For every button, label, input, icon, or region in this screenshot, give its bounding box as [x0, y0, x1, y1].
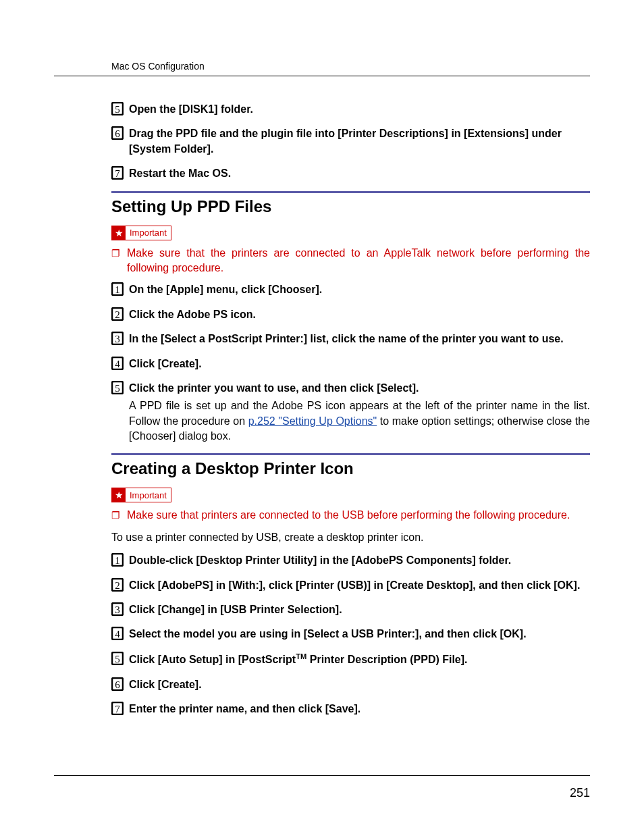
important-label: Important	[126, 490, 171, 500]
note-text: Make sure that the printers are connecte…	[127, 246, 590, 276]
step-text: Restart the Mac OS.	[129, 166, 590, 181]
section-heading-desktop: Creating a Desktop Printer Icon	[111, 459, 590, 478]
step-text: Drag the PPD file and the plugin file in…	[129, 126, 590, 157]
step-subtext: A PPD file is set up and the Adobe PS ic…	[129, 398, 590, 444]
important-note: ❐ Make sure that printers are connected …	[111, 508, 590, 523]
step-7: 7 Restart the Mac OS.	[111, 166, 590, 181]
step-number-icon: 2	[111, 307, 124, 321]
step-5: 5 Open the [DISK1] folder.	[111, 102, 590, 117]
important-label: Important	[126, 228, 171, 238]
step-text: Click [AdobePS] in [With:], click [Print…	[129, 578, 590, 593]
content-area: 5 Open the [DISK1] folder. 6 Drag the PP…	[54, 82, 590, 716]
svg-text:6: 6	[115, 128, 120, 139]
step-text: Select the model you are using in [Selec…	[129, 627, 590, 642]
svg-text:2: 2	[115, 580, 120, 591]
svg-text:1: 1	[115, 555, 120, 566]
step-number-icon: 3	[111, 332, 124, 345]
step-number-icon: 6	[111, 677, 124, 691]
step-text: In the [Select a PostScript Printer:] li…	[129, 332, 590, 346]
page: Mac OS Configuration 5 Open the [DISK1] …	[0, 0, 644, 834]
svg-text:7: 7	[115, 704, 120, 714]
section-rule	[111, 453, 590, 455]
section-heading-ppd: Setting Up PPD Files	[111, 197, 590, 216]
step-number-icon: 3	[111, 602, 124, 616]
svg-text:6: 6	[115, 679, 120, 690]
step-text: Open the [DISK1] folder.	[129, 102, 590, 117]
step-5b: 5 Click the printer you want to use, and…	[111, 381, 590, 444]
svg-text:3: 3	[115, 334, 120, 344]
step-number-icon: 5	[111, 381, 124, 394]
section-rule	[111, 191, 590, 193]
step-text: Click the Adobe PS icon.	[129, 307, 590, 322]
cross-reference-link[interactable]: p.252 "Setting Up Options"	[248, 415, 377, 427]
star-icon: ★	[112, 488, 126, 502]
intro-paragraph: To use a printer connected by USB, creat…	[111, 530, 590, 545]
step-2: 2 Click the Adobe PS icon.	[111, 307, 590, 322]
step-3c: 3 Click [Change] in [USB Printer Selecti…	[111, 602, 590, 617]
step-number-icon: 6	[111, 126, 124, 140]
svg-text:4: 4	[115, 629, 120, 640]
svg-text:5: 5	[115, 104, 120, 115]
svg-text:5: 5	[115, 383, 120, 394]
step-4c: 4 Select the model you are using in [Sel…	[111, 627, 590, 642]
step-number-icon: 7	[111, 166, 124, 180]
trademark-superscript: TM	[296, 652, 306, 660]
svg-text:5: 5	[115, 654, 120, 664]
step-text: On the [Apple] menu, click [Chooser].	[129, 282, 590, 297]
bullet-icon: ❐	[111, 246, 120, 276]
step-number-icon: 5	[111, 102, 124, 115]
running-header: Mac OS Configuration	[54, 61, 590, 76]
bullet-icon: ❐	[111, 508, 120, 523]
step-6: 6 Drag the PPD file and the plugin file …	[111, 126, 590, 157]
step-3: 3 In the [Select a PostScript Printer:] …	[111, 332, 590, 346]
step-number-icon: 7	[111, 702, 124, 715]
step-text: Click the printer you want to use, and t…	[129, 381, 590, 444]
step-text: Double-click [Desktop Printer Utility] i…	[129, 553, 590, 568]
step-5c: 5 Click [Auto Setup] in [PostScriptTM Pr…	[111, 652, 590, 668]
page-number: 251	[570, 786, 590, 800]
svg-text:4: 4	[115, 359, 120, 369]
svg-text:3: 3	[115, 604, 120, 615]
step-4: 4 Click [Create].	[111, 357, 590, 371]
step-text: Click [Create].	[129, 357, 590, 371]
important-badge: ★ Important	[111, 226, 171, 240]
step-text: Click [Create].	[129, 677, 590, 692]
note-text: Make sure that printers are connected to…	[127, 508, 590, 523]
step-number-icon: 5	[111, 652, 124, 665]
step-text: Enter the printer name, and then click […	[129, 702, 590, 716]
step-1: 1 On the [Apple] menu, click [Chooser].	[111, 282, 590, 297]
svg-text:2: 2	[115, 309, 120, 320]
header-rule	[54, 76, 590, 76]
step-2c: 2 Click [AdobePS] in [With:], click [Pri…	[111, 578, 590, 593]
step-text: Click [Auto Setup] in [PostScriptTM Prin…	[129, 652, 590, 668]
svg-text:1: 1	[115, 284, 120, 295]
step-6c: 6 Click [Create].	[111, 677, 590, 692]
step-1c: 1 Double-click [Desktop Printer Utility]…	[111, 553, 590, 568]
important-note: ❐ Make sure that the printers are connec…	[111, 246, 590, 276]
footer-rule	[54, 775, 590, 776]
step-7c: 7 Enter the printer name, and then click…	[111, 702, 590, 716]
step-number-icon: 1	[111, 553, 124, 567]
svg-text:7: 7	[115, 168, 120, 179]
important-badge: ★ Important	[111, 488, 171, 502]
step-number-icon: 2	[111, 578, 124, 592]
step-number-icon: 4	[111, 357, 124, 370]
step-number-icon: 1	[111, 282, 124, 296]
step-number-icon: 4	[111, 627, 124, 640]
star-icon: ★	[112, 226, 126, 240]
step-text: Click [Change] in [USB Printer Selection…	[129, 602, 590, 617]
